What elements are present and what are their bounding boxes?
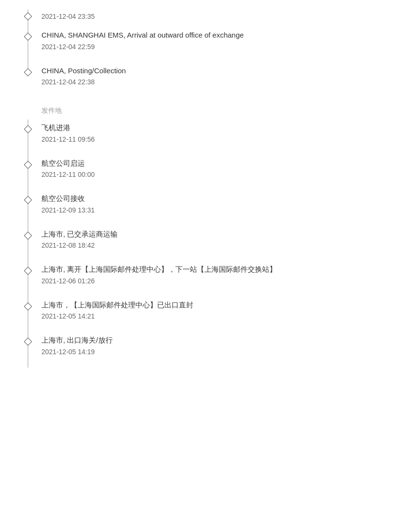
event-time: 2021-12-11 00:00	[41, 170, 385, 180]
event-time: 2021-12-04 22:38	[41, 77, 385, 87]
bottom-line	[27, 345, 28, 368]
bottom-line	[27, 40, 28, 63]
timeline-item-wrapper: 上海市, 已交承运商运输2021-12-08 18:42	[14, 226, 385, 262]
timeline-item-content: 上海市, 离开【上海国际邮件处理中心】，下一站【上海国际邮件交换站】2021-1…	[41, 261, 385, 297]
timeline-line-col	[14, 27, 41, 63]
tracking-page: 2021-12-04 23:35 CHINA, SHANGHAI EMS, Ar…	[0, 10, 399, 368]
diamond-icon	[24, 160, 32, 169]
timeline-item-wrapper: CHINA, SHANGHAI EMS, Arrival at outward …	[14, 27, 385, 63]
bottom-line	[27, 309, 28, 332]
event-time: 2021-12-06 01:26	[41, 276, 385, 286]
top-items-section: CHINA, SHANGHAI EMS, Arrival at outward …	[0, 27, 399, 98]
event-title: 上海市, 已交承运商运输	[41, 229, 385, 240]
timeline-item-wrapper: 上海市, 离开【上海国际邮件处理中心】，下一站【上海国际邮件交换站】2021-1…	[14, 261, 385, 297]
timeline-item-content: 上海市，【上海国际邮件处理中心】已出口直封2021-12-05 14:21	[41, 297, 385, 332]
sender-section-label: 发件地	[0, 102, 399, 116]
event-title: 航空公司接收	[41, 193, 385, 204]
diamond-icon	[24, 125, 32, 133]
timeline-item-wrapper: 航空公司启运2021-12-11 00:00	[14, 155, 385, 191]
event-title: 上海市, 出口海关/放行	[41, 335, 385, 346]
top-timestamp-content: 2021-12-04 23:35	[41, 10, 95, 22]
timeline-item-wrapper: 上海市，【上海国际邮件处理中心】已出口直封2021-12-05 14:21	[14, 297, 385, 332]
bottom-line	[27, 203, 28, 226]
timeline-item-wrapper: 航空公司接收2021-12-09 13:31	[14, 190, 385, 226]
timeline-item-wrapper: CHINA, Posting/Collection2021-12-04 22:3…	[14, 63, 385, 98]
timeline-item-content: 上海市, 已交承运商运输2021-12-08 18:42	[41, 226, 385, 262]
event-title: CHINA, Posting/Collection	[41, 66, 385, 77]
top-timestamp-text: 2021-12-04 23:35	[41, 12, 95, 22]
timeline-line-col	[14, 190, 41, 226]
top-diamond	[24, 13, 32, 21]
event-time: 2021-12-09 13:31	[41, 205, 385, 215]
timeline-line-col	[14, 261, 41, 297]
top-line-col	[14, 10, 41, 27]
event-time: 2021-12-11 09:56	[41, 134, 385, 145]
timeline-line-col	[14, 63, 41, 98]
event-time: 2021-12-05 14:21	[41, 311, 385, 321]
timeline-item-content: 航空公司启运2021-12-11 00:00	[41, 155, 385, 191]
event-title: 上海市, 离开【上海国际邮件处理中心】，下一站【上海国际邮件交换站】	[41, 264, 385, 275]
diamond-icon	[24, 267, 32, 275]
timeline-item-wrapper: 上海市, 出口海关/放行2021-12-05 14:19	[14, 332, 385, 368]
diamond-icon	[24, 231, 32, 239]
timeline-item-wrapper: 飞机进港2021-12-11 09:56	[14, 120, 385, 155]
diamond-icon	[24, 338, 32, 346]
event-title: CHINA, SHANGHAI EMS, Arrival at outward …	[41, 30, 385, 41]
bottom-line	[27, 132, 28, 155]
diamond-icon	[24, 68, 32, 76]
diamond-icon	[24, 33, 32, 41]
bottom-line	[27, 239, 28, 262]
sender-items-section: 飞机进港2021-12-11 09:56航空公司启运2021-12-11 00:…	[0, 120, 399, 368]
diamond-icon	[24, 196, 32, 204]
event-time: 2021-12-05 14:19	[41, 347, 385, 357]
timeline-line-col	[14, 297, 41, 332]
timeline-item-content: CHINA, SHANGHAI EMS, Arrival at outward …	[41, 27, 385, 63]
bottom-line	[27, 168, 28, 191]
timeline-item-content: 航空公司接收2021-12-09 13:31	[41, 190, 385, 226]
event-title: 飞机进港	[41, 122, 385, 133]
event-time: 2021-12-08 18:42	[41, 240, 385, 251]
event-title: 上海市，【上海国际邮件处理中心】已出口直封	[41, 300, 385, 311]
timeline-item-content: 飞机进港2021-12-11 09:56	[41, 120, 385, 155]
event-time: 2021-12-04 22:59	[41, 42, 385, 52]
top-timestamp-row: 2021-12-04 23:35	[0, 10, 399, 27]
bottom-line	[27, 75, 28, 98]
diamond-icon	[24, 302, 32, 310]
timeline-line-col	[14, 155, 41, 191]
timeline-line-col	[14, 226, 41, 262]
timeline-line-col	[14, 120, 41, 155]
event-title: 航空公司启运	[41, 158, 385, 169]
timeline-item-content: 上海市, 出口海关/放行2021-12-05 14:19	[41, 332, 385, 368]
timeline-line-col	[14, 332, 41, 368]
bottom-line	[27, 274, 28, 297]
timeline-item-content: CHINA, Posting/Collection2021-12-04 22:3…	[41, 63, 385, 98]
